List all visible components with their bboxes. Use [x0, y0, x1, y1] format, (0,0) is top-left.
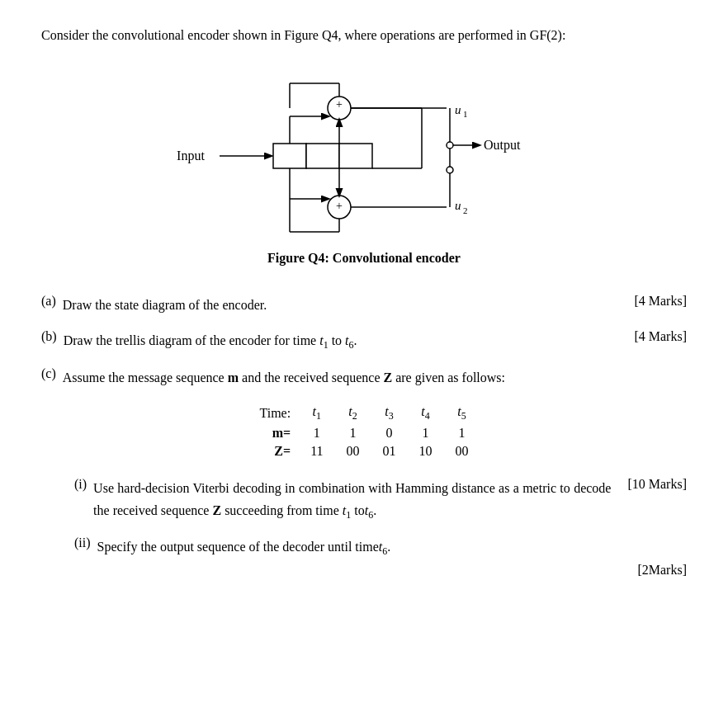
t3-header: t3	[371, 403, 408, 424]
t5-header: t5	[444, 403, 480, 424]
z-label: Z=	[248, 442, 299, 460]
t2-header: t2	[335, 403, 371, 424]
svg-point-30	[447, 167, 453, 173]
part-b-marks: [4 Marks]	[634, 329, 687, 344]
svg-text:Output: Output	[484, 138, 521, 153]
svg-text:+: +	[336, 200, 343, 212]
part-b: (b) Draw the trellis diagram of the enco…	[41, 329, 687, 354]
figure-caption: Figure Q4: Convolutional encoder	[267, 251, 461, 266]
m-val-3: 0	[371, 424, 408, 442]
z-val-3: 01	[371, 442, 408, 460]
part-b-text: Draw the trellis diagram of the encoder …	[64, 329, 618, 354]
part-c-text: Assume the message sequence m and the re…	[63, 366, 687, 389]
part-b-label: (b)	[41, 329, 57, 344]
encoder-diagram: Input + +	[158, 63, 570, 244]
svg-point-25	[447, 142, 453, 149]
z-val-5: 00	[444, 442, 480, 460]
part-c: (c) Assume the message sequence m and th…	[41, 366, 687, 389]
part-c-label: (c)	[41, 366, 56, 381]
m-val-2: 1	[335, 424, 371, 442]
part-ii-row: (ii) Specify the output sequence of the …	[74, 536, 687, 560]
part-i-marks: [10 Marks]	[627, 477, 687, 492]
part-a-marks: [4 Marks]	[634, 294, 687, 309]
part-ii-text: Specify the output sequence of the decod…	[97, 536, 687, 560]
svg-text:+: +	[336, 98, 343, 111]
m-val-1: 1	[299, 424, 334, 442]
svg-text:u: u	[455, 103, 461, 116]
m-val-4: 1	[408, 424, 444, 442]
part-a-text: Draw the state diagram of the encoder.	[63, 294, 618, 316]
time-header: Time:	[248, 403, 299, 424]
part-ii-label: (ii)	[74, 536, 91, 550]
svg-rect-3	[306, 144, 339, 168]
time-table: Time: t1 t2 t3 t4 t5 m= 1 1 0 1 1 Z= 11 …	[248, 403, 480, 460]
part-ii-marks-row: [2Marks]	[74, 563, 687, 578]
part-ii: (ii) Specify the output sequence of the …	[74, 536, 687, 578]
m-val-5: 1	[444, 424, 480, 442]
part-i: (i) Use hard-decision Viterbi decoding i…	[74, 477, 687, 524]
part-i-label: (i)	[74, 477, 87, 492]
svg-text:Input: Input	[177, 149, 205, 163]
part-ii-marks: [2Marks]	[637, 563, 687, 578]
part-i-text: Use hard-decision Viterbi decoding in co…	[93, 477, 611, 524]
svg-text:1: 1	[463, 109, 468, 119]
svg-rect-2	[273, 144, 306, 168]
data-table-section: Time: t1 t2 t3 t4 t5 m= 1 1 0 1 1 Z= 11 …	[41, 403, 687, 460]
intro-paragraph: Consider the convolutional encoder shown…	[41, 25, 687, 46]
t1-header: t1	[299, 403, 334, 424]
z-val-4: 10	[408, 442, 444, 460]
t4-header: t4	[408, 403, 444, 424]
part-a-label: (a)	[41, 294, 56, 309]
svg-text:2: 2	[463, 205, 468, 215]
svg-text:u: u	[455, 199, 461, 212]
part-i-row: (i) Use hard-decision Viterbi decoding i…	[74, 477, 687, 524]
z-val-2: 00	[335, 442, 371, 460]
svg-rect-4	[339, 144, 372, 168]
m-label: m=	[248, 424, 299, 442]
part-a: (a) Draw the state diagram of the encode…	[41, 294, 687, 316]
z-val-1: 11	[299, 442, 334, 460]
figure-container: Input + +	[41, 63, 687, 285]
